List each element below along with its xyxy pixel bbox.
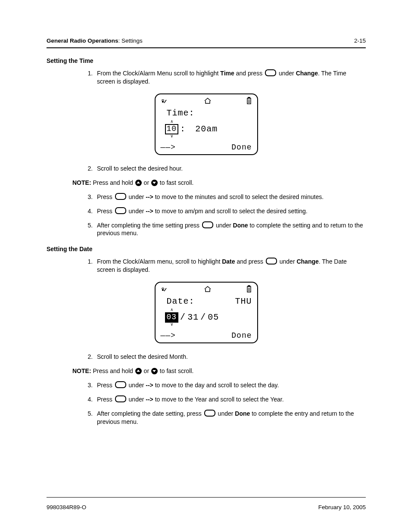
up-caret-icon: ∧ xyxy=(171,120,173,124)
lcd-label-row: Time: xyxy=(160,106,253,120)
running-header: General Radio Operations: Settings 2-15 xyxy=(47,37,366,45)
date-step-1: From the Clock/Alarm menu, scroll to hig… xyxy=(94,258,366,274)
svg-point-6 xyxy=(162,289,163,291)
time-steps-cont: Scroll to select the desired hour. xyxy=(83,165,366,173)
year-value: 05 xyxy=(208,311,219,323)
header-left: General Radio Operations: Settings xyxy=(47,37,143,45)
time-colon: : xyxy=(180,123,186,135)
hour-selector: ∧ 10 ∨ xyxy=(165,120,179,139)
signal-icon xyxy=(161,286,169,292)
softkey-icon xyxy=(265,69,276,76)
date-note: NOTE: Press and hold or to fast scroll. xyxy=(72,367,366,375)
up-button-icon xyxy=(135,368,142,374)
footer-rule-wrap xyxy=(47,495,366,502)
softkey-icon xyxy=(115,381,126,388)
header-rule xyxy=(47,47,366,48)
home-icon xyxy=(204,286,212,292)
note-label: NOTE: xyxy=(72,367,91,374)
hour-value: 10 xyxy=(165,124,179,134)
time-step-2: Scroll to select the desired hour. xyxy=(94,165,366,173)
softkey-icon xyxy=(266,258,277,264)
date-sep: / xyxy=(180,311,186,323)
lcd-dow: THU xyxy=(235,296,252,307)
softkey-icon xyxy=(202,221,213,228)
battery-icon xyxy=(246,97,252,105)
down-button-icon xyxy=(151,368,158,374)
down-button-icon xyxy=(151,180,158,186)
lcd-value-row: ∧ 10 ∨ : 20am xyxy=(160,120,253,141)
date-step-5: After completing the date setting, press… xyxy=(94,410,366,426)
section-title-time: Setting the Time xyxy=(47,57,366,65)
battery-icon xyxy=(246,285,252,293)
svg-point-0 xyxy=(162,101,163,102)
lcd-time-label: Time: xyxy=(167,107,195,119)
day-value: 31 xyxy=(187,311,199,323)
time-step-3: Press under --> to move to the minutes a… xyxy=(94,193,366,201)
time-lcd-figure: Time: ∧ 10 ∨ : 20am ——> Done xyxy=(47,93,366,155)
date-lcd-figure: Date: THU ∧ 03 ∨ / 31 / 05 ——> Done xyxy=(47,282,366,343)
lcd-softkeys: ——> Done xyxy=(160,141,253,152)
time-step-4: Press under --> to move to am/pm and scr… xyxy=(94,207,366,215)
month-selector: ∧ 03 ∨ xyxy=(165,308,179,327)
softkey-icon xyxy=(115,207,126,214)
softkey-icon xyxy=(204,410,215,417)
lcd-icon-row xyxy=(160,97,253,106)
signal-icon xyxy=(161,98,169,104)
lcd-label-row: Date: THU xyxy=(160,294,253,308)
softkey-right: Done xyxy=(231,330,252,341)
time-step-1: From the Clock/Alarm Menu scroll to high… xyxy=(94,69,366,86)
date-steps: From the Clock/Alarm menu, scroll to hig… xyxy=(83,258,366,274)
softkey-left: ——> xyxy=(161,142,176,152)
softkey-right: Done xyxy=(231,142,252,152)
header-section-bold: General Radio Operations xyxy=(47,37,118,44)
down-caret-icon: ∨ xyxy=(171,134,173,139)
date-steps-cont: Scroll to select the desired Month. xyxy=(83,353,366,361)
svg-rect-8 xyxy=(248,286,250,286)
running-footer: 9980384R89-O February 10, 2005 xyxy=(47,504,366,511)
time-rest: 20am xyxy=(195,123,218,135)
note-label: NOTE: xyxy=(72,179,91,186)
lcd-date-label: Date: xyxy=(167,296,195,307)
time-steps: From the Clock/Alarm Menu scroll to high… xyxy=(83,69,366,86)
section-title-date: Setting the Date xyxy=(47,245,366,253)
date-step-2: Scroll to select the desired Month. xyxy=(94,353,366,361)
up-caret-icon: ∧ xyxy=(171,308,173,312)
month-value: 03 xyxy=(165,312,179,323)
svg-rect-2 xyxy=(248,97,250,98)
footer-date: February 10, 2005 xyxy=(318,504,366,511)
softkey-icon xyxy=(115,395,126,402)
time-step-5: After completing the time setting press … xyxy=(94,221,366,238)
lcd-icon-row xyxy=(160,285,253,294)
header-section-rest: : Settings xyxy=(118,37,143,44)
up-button-icon xyxy=(135,180,142,186)
time-lcd: Time: ∧ 10 ∨ : 20am ——> Done xyxy=(155,93,258,155)
down-caret-icon: ∨ xyxy=(171,323,173,327)
softkey-icon xyxy=(115,193,126,200)
softkey-left: ——> xyxy=(161,330,176,341)
home-icon xyxy=(204,98,212,104)
date-step-4: Press under --> to move to the Year and … xyxy=(94,395,366,404)
time-steps-cont2: Press under --> to move to the minutes a… xyxy=(83,193,366,238)
lcd-softkeys: ——> Done xyxy=(160,330,253,341)
footer-doc-id: 9980384R89-O xyxy=(47,504,86,511)
date-sep: / xyxy=(200,311,206,323)
date-lcd: Date: THU ∧ 03 ∨ / 31 / 05 ——> Done xyxy=(155,282,258,343)
date-step-3: Press under --> to move to the day and s… xyxy=(94,381,366,389)
header-page-number: 2-15 xyxy=(354,37,366,45)
date-steps-cont2: Press under --> to move to the day and s… xyxy=(83,381,366,426)
page: General Radio Operations: Settings 2-15 … xyxy=(0,0,411,532)
time-note: NOTE: Press and hold or to fast scroll. xyxy=(72,179,366,187)
footer-rule xyxy=(47,497,366,498)
lcd-value-row: ∧ 03 ∨ / 31 / 05 xyxy=(160,308,253,330)
